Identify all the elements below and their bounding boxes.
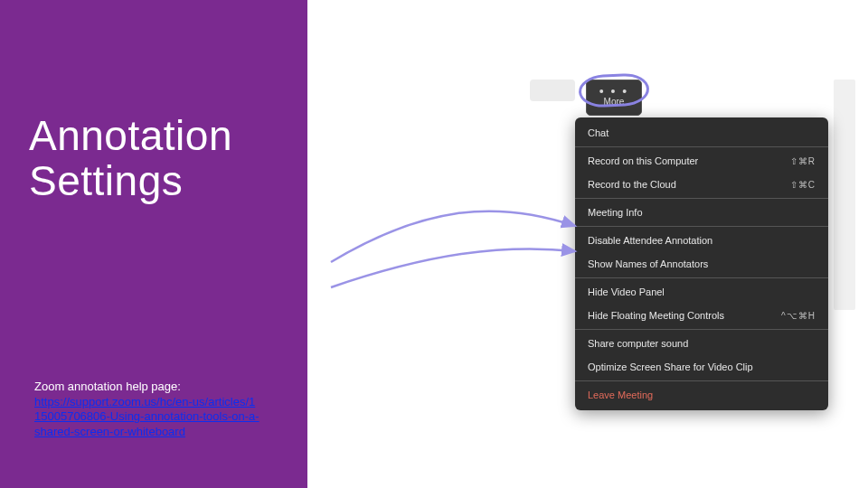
menu-separator [575, 146, 828, 147]
title-line-1: Annotation [29, 112, 232, 159]
more-label: More [604, 97, 625, 107]
menu-item[interactable]: Share computer sound [575, 332, 828, 355]
menu-item-label: Hide Video Panel [588, 286, 665, 297]
ellipsis-icon: • • • [599, 89, 628, 94]
menu-item[interactable]: Disable Attendee Annotation [575, 229, 828, 252]
annotation-arrow-2 [313, 136, 584, 298]
menu-item-label: Chat [588, 127, 609, 138]
left-panel: Annotation Settings Zoom annotation help… [0, 0, 307, 488]
menu-item-label: Optimize Screen Share for Video Clip [588, 361, 753, 372]
menu-separator [575, 226, 828, 227]
right-content-area: • • • More ChatRecord on this Computer⇧⌘… [307, 0, 868, 488]
menu-item-shortcut: ⇧⌘R [790, 156, 816, 166]
help-intro: Zoom annotation help page: [34, 380, 181, 393]
menu-separator [575, 277, 828, 278]
menu-item-label: Record to the Cloud [588, 179, 676, 190]
title-line-2: Settings [29, 157, 183, 204]
more-dropdown-menu: ChatRecord on this Computer⇧⌘RRecord to … [575, 117, 828, 410]
menu-item-label: Record on this Computer [588, 155, 698, 166]
menu-item-label: Meeting Info [588, 207, 643, 218]
menu-item-label: Show Names of Annotators [588, 258, 708, 269]
menu-item-label: Leave Meeting [588, 389, 653, 400]
menu-separator [575, 329, 828, 330]
menu-item-label: Disable Attendee Annotation [588, 235, 712, 246]
help-link[interactable]: https://support.zoom.us/hc/en-us/article… [34, 395, 259, 438]
menu-item-label: Hide Floating Meeting Controls [588, 310, 724, 321]
menu-item-label: Share computer sound [588, 338, 688, 349]
menu-item[interactable]: Hide Floating Meeting Controls^⌥⌘H [575, 304, 828, 327]
menu-item-shortcut: ^⌥⌘H [781, 311, 816, 321]
menu-item[interactable]: Hide Video Panel [575, 280, 828, 304]
menu-item[interactable]: Leave Meeting [575, 383, 828, 407]
menu-item[interactable]: Show Names of Annotators [575, 252, 828, 276]
menu-item-shortcut: ⇧⌘C [790, 180, 816, 190]
menu-separator [575, 380, 828, 381]
menu-item[interactable]: Record on this Computer⇧⌘R [575, 149, 828, 173]
menu-item[interactable]: Record to the Cloud⇧⌘C [575, 173, 828, 196]
help-text-block: Zoom annotation help page: https://suppo… [34, 380, 260, 440]
background-shape-left [530, 80, 575, 101]
background-shape-right [834, 80, 855, 310]
menu-item[interactable]: Optimize Screen Share for Video Clip [575, 355, 828, 379]
annotation-arrow-1 [313, 108, 584, 271]
slide-title: Annotation Settings [29, 114, 232, 203]
menu-item[interactable]: Chat [575, 121, 828, 145]
menu-item[interactable]: Meeting Info [575, 201, 828, 224]
menu-separator [575, 198, 828, 199]
more-button[interactable]: • • • More [586, 80, 642, 116]
